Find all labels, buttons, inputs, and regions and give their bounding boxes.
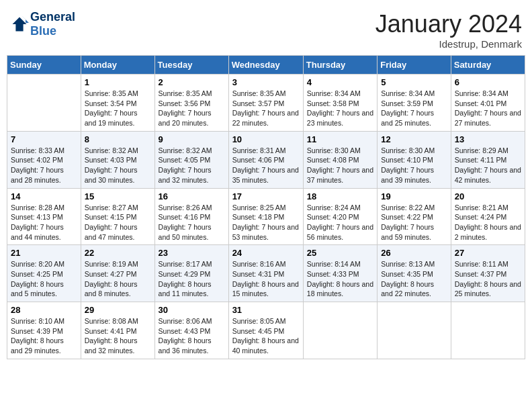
day-number: 1 (85, 77, 151, 87)
logo-general: General (30, 10, 75, 24)
day-number: 15 (85, 191, 151, 201)
calendar-cell: 12Sunrise: 8:30 AMSunset: 4:10 PMDayligh… (378, 131, 451, 188)
day-number: 31 (232, 305, 300, 315)
day-info: Sunrise: 8:31 AMSunset: 4:06 PMDaylight:… (232, 146, 300, 185)
month-title: January 2024 (375, 10, 522, 38)
day-number: 12 (381, 134, 447, 144)
day-number: 18 (307, 191, 373, 201)
day-number: 8 (85, 134, 151, 144)
calendar-cell: 30Sunrise: 8:06 AMSunset: 4:43 PMDayligh… (154, 302, 228, 359)
day-number: 17 (232, 191, 300, 201)
calendar-cell: 23Sunrise: 8:17 AMSunset: 4:29 PMDayligh… (154, 245, 228, 302)
day-number: 27 (455, 248, 521, 258)
weekday-header-wednesday: Wednesday (228, 56, 303, 75)
day-info: Sunrise: 8:19 AMSunset: 4:27 PMDaylight:… (85, 259, 151, 299)
day-number: 21 (11, 248, 77, 258)
calendar-cell: 20Sunrise: 8:21 AMSunset: 4:24 PMDayligh… (451, 188, 525, 245)
calendar-cell: 4Sunrise: 8:34 AMSunset: 3:58 PMDaylight… (303, 75, 377, 132)
week-row-4: 21Sunrise: 8:20 AMSunset: 4:25 PMDayligh… (7, 245, 525, 302)
day-number: 20 (455, 191, 521, 201)
day-info: Sunrise: 8:16 AMSunset: 4:31 PMDaylight:… (232, 259, 300, 299)
day-info: Sunrise: 8:30 AMSunset: 4:08 PMDaylight:… (307, 146, 373, 185)
day-info: Sunrise: 8:29 AMSunset: 4:11 PMDaylight:… (455, 146, 521, 185)
weekday-header-saturday: Saturday (451, 56, 525, 75)
calendar-cell: 28Sunrise: 8:10 AMSunset: 4:39 PMDayligh… (7, 302, 81, 359)
calendar-cell: 5Sunrise: 8:34 AMSunset: 3:59 PMDaylight… (378, 75, 451, 132)
week-row-5: 28Sunrise: 8:10 AMSunset: 4:39 PMDayligh… (7, 302, 525, 359)
calendar-cell: 11Sunrise: 8:30 AMSunset: 4:08 PMDayligh… (303, 131, 377, 188)
calendar-cell: 15Sunrise: 8:27 AMSunset: 4:15 PMDayligh… (81, 188, 154, 245)
calendar-cell: 24Sunrise: 8:16 AMSunset: 4:31 PMDayligh… (228, 245, 303, 302)
day-info: Sunrise: 8:10 AMSunset: 4:39 PMDaylight:… (11, 316, 77, 356)
day-number: 11 (307, 134, 373, 144)
week-row-3: 14Sunrise: 8:28 AMSunset: 4:13 PMDayligh… (7, 188, 525, 245)
calendar-cell (451, 302, 525, 359)
day-info: Sunrise: 8:34 AMSunset: 3:58 PMDaylight:… (307, 89, 373, 128)
day-info: Sunrise: 8:33 AMSunset: 4:02 PMDaylight:… (11, 146, 77, 185)
calendar-cell: 13Sunrise: 8:29 AMSunset: 4:11 PMDayligh… (451, 131, 525, 188)
weekday-header-thursday: Thursday (303, 56, 377, 75)
day-info: Sunrise: 8:11 AMSunset: 4:37 PMDaylight:… (455, 259, 521, 299)
day-number: 7 (11, 134, 77, 144)
day-number: 24 (232, 248, 300, 258)
logo-icon (10, 15, 29, 34)
day-number: 29 (85, 305, 151, 315)
weekday-header-row: SundayMondayTuesdayWednesdayThursdayFrid… (7, 56, 525, 75)
day-number: 10 (232, 134, 300, 144)
title-section: January 2024 Idestrup, Denmark (375, 10, 522, 50)
week-row-1: 1Sunrise: 8:35 AMSunset: 3:54 PMDaylight… (7, 75, 525, 132)
day-info: Sunrise: 8:35 AMSunset: 3:54 PMDaylight:… (85, 89, 151, 128)
day-number: 3 (232, 77, 300, 87)
calendar-cell: 18Sunrise: 8:24 AMSunset: 4:20 PMDayligh… (303, 188, 377, 245)
day-info: Sunrise: 8:30 AMSunset: 4:10 PMDaylight:… (381, 146, 447, 185)
calendar-cell: 2Sunrise: 8:35 AMSunset: 3:56 PMDaylight… (154, 75, 228, 132)
weekday-header-sunday: Sunday (7, 56, 81, 75)
calendar-cell (7, 75, 81, 132)
calendar-cell: 3Sunrise: 8:35 AMSunset: 3:57 PMDaylight… (228, 75, 303, 132)
calendar-cell: 31Sunrise: 8:05 AMSunset: 4:45 PMDayligh… (228, 302, 303, 359)
day-number: 23 (159, 248, 225, 258)
day-info: Sunrise: 8:05 AMSunset: 4:45 PMDaylight:… (232, 316, 300, 356)
day-number: 6 (455, 77, 521, 87)
calendar-cell (303, 302, 377, 359)
day-number: 5 (381, 77, 447, 87)
calendar-cell: 22Sunrise: 8:19 AMSunset: 4:27 PMDayligh… (81, 245, 154, 302)
calendar-cell: 8Sunrise: 8:32 AMSunset: 4:03 PMDaylight… (81, 131, 154, 188)
calendar-cell: 27Sunrise: 8:11 AMSunset: 4:37 PMDayligh… (451, 245, 525, 302)
week-row-2: 7Sunrise: 8:33 AMSunset: 4:02 PMDaylight… (7, 131, 525, 188)
day-number: 2 (159, 77, 225, 87)
calendar-cell: 26Sunrise: 8:13 AMSunset: 4:35 PMDayligh… (378, 245, 451, 302)
calendar-cell: 7Sunrise: 8:33 AMSunset: 4:02 PMDaylight… (7, 131, 81, 188)
calendar-cell: 25Sunrise: 8:14 AMSunset: 4:33 PMDayligh… (303, 245, 377, 302)
day-info: Sunrise: 8:27 AMSunset: 4:15 PMDaylight:… (85, 203, 151, 242)
calendar-cell: 16Sunrise: 8:26 AMSunset: 4:16 PMDayligh… (154, 188, 228, 245)
day-info: Sunrise: 8:32 AMSunset: 4:03 PMDaylight:… (85, 146, 151, 185)
calendar-table: SundayMondayTuesdayWednesdayThursdayFrid… (7, 55, 525, 359)
calendar-cell (378, 302, 451, 359)
day-info: Sunrise: 8:08 AMSunset: 4:41 PMDaylight:… (85, 316, 151, 356)
day-info: Sunrise: 8:17 AMSunset: 4:29 PMDaylight:… (159, 259, 225, 299)
day-info: Sunrise: 8:35 AMSunset: 3:56 PMDaylight:… (159, 89, 225, 128)
day-number: 30 (159, 305, 225, 315)
calendar-cell: 17Sunrise: 8:25 AMSunset: 4:18 PMDayligh… (228, 188, 303, 245)
logo: General Blue (10, 10, 75, 38)
day-info: Sunrise: 8:28 AMSunset: 4:13 PMDaylight:… (11, 203, 77, 242)
day-number: 19 (381, 191, 447, 201)
calendar-cell: 21Sunrise: 8:20 AMSunset: 4:25 PMDayligh… (7, 245, 81, 302)
calendar-cell: 1Sunrise: 8:35 AMSunset: 3:54 PMDaylight… (81, 75, 154, 132)
calendar-cell: 10Sunrise: 8:31 AMSunset: 4:06 PMDayligh… (228, 131, 303, 188)
page-header: General Blue January 2024 Idestrup, Denm… (7, 7, 525, 50)
calendar-cell: 9Sunrise: 8:32 AMSunset: 4:05 PMDaylight… (154, 131, 228, 188)
day-number: 14 (11, 191, 77, 201)
weekday-header-tuesday: Tuesday (154, 56, 228, 75)
day-info: Sunrise: 8:21 AMSunset: 4:24 PMDaylight:… (455, 203, 521, 242)
calendar-cell: 29Sunrise: 8:08 AMSunset: 4:41 PMDayligh… (81, 302, 154, 359)
weekday-header-monday: Monday (81, 56, 154, 75)
svg-marker-0 (13, 17, 27, 32)
day-info: Sunrise: 8:32 AMSunset: 4:05 PMDaylight:… (159, 146, 225, 185)
location: Idestrup, Denmark (375, 38, 522, 50)
day-number: 9 (159, 134, 225, 144)
day-number: 22 (85, 248, 151, 258)
day-info: Sunrise: 8:14 AMSunset: 4:33 PMDaylight:… (307, 259, 373, 299)
day-info: Sunrise: 8:35 AMSunset: 3:57 PMDaylight:… (232, 89, 300, 128)
